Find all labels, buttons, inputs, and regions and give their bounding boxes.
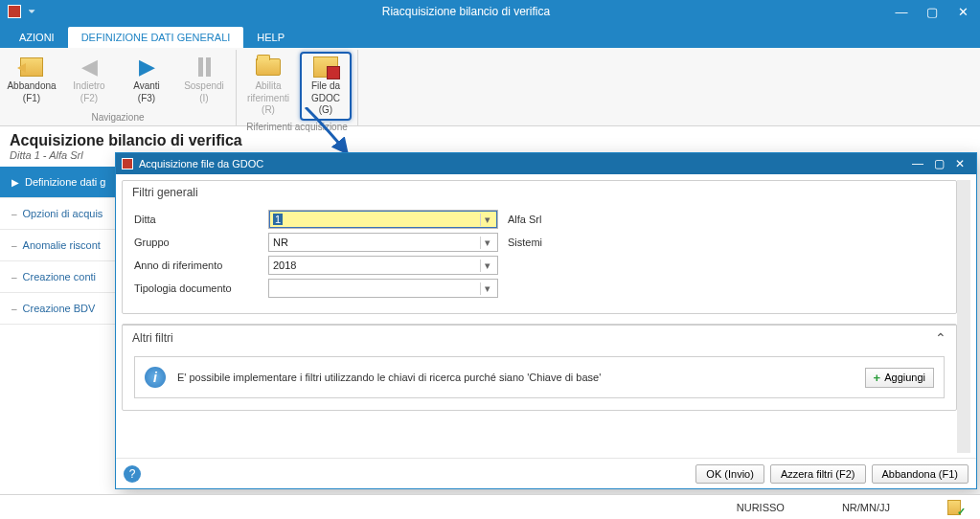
- tipologia-combo[interactable]: ▾: [268, 279, 498, 298]
- panel-filtri-generali: Filtri generali Ditta 1 ▾ Alfa Srl Grupp…: [122, 180, 957, 314]
- menu-bar: AZIONI DEFINIZIONE DATI GENERALI HELP: [0, 23, 980, 48]
- row-gruppo: Gruppo NR ▾ Sistemi: [134, 233, 945, 252]
- indietro-shortcut: (F2): [63, 93, 115, 105]
- abilita-riferimenti-button[interactable]: Abilita riferimenti (R): [242, 52, 294, 117]
- chevron-down-icon[interactable]: ▾: [480, 214, 493, 226]
- status-user: NURISSO: [737, 502, 785, 513]
- sidenav-item-label: Creazione conti: [23, 271, 96, 282]
- ribbon-group-riferimenti: Abilita riferimenti (R) File da GDOC (G)…: [237, 50, 358, 125]
- gruppo-combo[interactable]: NR ▾: [268, 233, 498, 252]
- status-ok-icon: [947, 500, 961, 515]
- anno-value: 2018: [273, 260, 296, 271]
- indietro-button[interactable]: ◀ Indietro (F2): [63, 52, 115, 104]
- active-marker-icon: [11, 177, 19, 188]
- dialog-close-icon[interactable]: ✕: [949, 157, 970, 170]
- ok-button[interactable]: OK (Invio): [695, 464, 764, 484]
- gruppo-label: Gruppo: [134, 237, 268, 248]
- abbandona-dialog-button[interactable]: Abbandona (F1): [872, 464, 969, 484]
- ditta-label: Ditta: [134, 214, 268, 225]
- dialog-minimize-icon[interactable]: —: [907, 157, 928, 170]
- file-edit-icon: [313, 56, 338, 78]
- sidenav-item-anomalie[interactable]: Anomalie riscont: [0, 230, 134, 261]
- forward-icon: ▶: [139, 54, 155, 80]
- avanti-button[interactable]: ▶ Avanti (F3): [121, 52, 172, 104]
- tab-help[interactable]: HELP: [243, 27, 298, 48]
- sospendi-shortcut: (I): [178, 93, 230, 105]
- ditta-combo[interactable]: 1 ▾: [268, 210, 498, 229]
- tipologia-label: Tipologia documento: [134, 282, 268, 294]
- close-icon[interactable]: ✕: [953, 5, 972, 19]
- folder-icon: [256, 58, 281, 76]
- anno-combo[interactable]: 2018 ▾: [268, 256, 498, 275]
- sidenav-item-label: Creazione BDV: [23, 303, 96, 314]
- fileda-label: File da: [311, 80, 340, 91]
- info-box: i E' possibile implementare i filtri uti…: [134, 356, 945, 398]
- abbandona-label: Abbandona: [7, 80, 56, 91]
- sidenav-item-opzioni-acquisizione[interactable]: Opzioni di acquis: [0, 198, 134, 230]
- sidenav: Definizione dati g Opzioni di acquis Ano…: [0, 167, 134, 492]
- info-text: E' possibile implementare i filtri utili…: [177, 372, 854, 383]
- info-icon: i: [145, 367, 166, 388]
- minimize-icon[interactable]: —: [892, 5, 911, 19]
- fileda-shortcut: GDOC (G): [304, 93, 348, 117]
- tab-azioni[interactable]: AZIONI: [6, 27, 68, 48]
- row-ditta: Ditta 1 ▾ Alfa Srl: [134, 210, 945, 229]
- avanti-label: Avanti: [133, 80, 160, 91]
- dialog-maximize-icon[interactable]: ▢: [928, 157, 949, 170]
- sospendi-button[interactable]: Sospendi (I): [178, 52, 230, 104]
- pause-icon: [198, 57, 211, 77]
- ribbon-group-navigazione: Abbandona (F1) ◀ Indietro (F2) ▶ Avanti …: [0, 50, 237, 125]
- sidenav-item-creazione-conti[interactable]: Creazione conti: [0, 261, 134, 293]
- chevron-down-icon[interactable]: ▾: [480, 237, 493, 249]
- ribbon: Abbandona (F1) ◀ Indietro (F2) ▶ Avanti …: [0, 48, 980, 126]
- page-title: Acquisizione bilancio di verifica: [10, 132, 970, 149]
- plus-icon: +: [874, 371, 881, 385]
- row-anno: Anno di riferimento 2018 ▾: [134, 256, 945, 275]
- dialog-app-icon: [122, 158, 133, 169]
- window-title: Riacquisizione bilancio di verifica: [40, 5, 892, 18]
- back-icon: ◀: [81, 54, 98, 80]
- ditta-resolved: Alfa Srl: [508, 214, 541, 225]
- altri-filtri-label: Altri filtri: [132, 331, 173, 345]
- rif-group-label: Riferimenti acquisizione: [242, 121, 352, 133]
- dialog-titlebar[interactable]: Acquisizione file da GDOC — ▢ ✕: [116, 153, 976, 174]
- sidenav-item-definizione-dati[interactable]: Definizione dati g: [0, 167, 134, 198]
- scrollbar-handle[interactable]: [957, 180, 970, 237]
- sidenav-item-creazione-bdv[interactable]: Creazione BDV: [0, 293, 134, 325]
- altri-filtri-header[interactable]: Altri filtri: [123, 325, 956, 350]
- abilita-label: Abilita: [255, 80, 281, 91]
- sidenav-item-label: Anomalie riscont: [23, 239, 101, 251]
- aggiungi-label: Aggiungi: [884, 372, 925, 383]
- app-icon: [8, 5, 21, 18]
- help-icon[interactable]: ?: [124, 465, 141, 483]
- filtri-generali-header: Filtri generali: [123, 181, 956, 204]
- main-titlebar: ⏷ Riacquisizione bilancio di verifica — …: [0, 0, 980, 23]
- status-path: NR/MN/JJ: [842, 502, 890, 513]
- bullet-icon: [11, 240, 17, 251]
- indietro-label: Indietro: [73, 80, 104, 91]
- row-tipologia: Tipologia documento ▾: [134, 279, 945, 298]
- dialog-body: Filtri generali Ditta 1 ▾ Alfa Srl Grupp…: [116, 174, 976, 458]
- dialog-acquisizione-file-gdoc: Acquisizione file da GDOC — ▢ ✕ Filtri g…: [115, 152, 977, 489]
- file-da-gdoc-button[interactable]: File da GDOC (G): [300, 52, 352, 121]
- tab-definizione-dati-generali[interactable]: DEFINIZIONE DATI GENERALI: [68, 27, 244, 48]
- chevron-down-icon[interactable]: ▾: [480, 282, 493, 295]
- dialog-footer: ? OK (Invio) Azzera filtri (F2) Abbandon…: [116, 458, 976, 488]
- qat-dropdown-icon[interactable]: ⏷: [27, 7, 36, 16]
- abbandona-button[interactable]: Abbandona (F1): [6, 52, 57, 104]
- chevron-down-icon[interactable]: ▾: [480, 260, 493, 272]
- azzera-filtri-button[interactable]: Azzera filtri (F2): [770, 464, 866, 484]
- gruppo-resolved: Sistemi: [508, 237, 542, 248]
- chevron-up-icon: [935, 330, 946, 346]
- aggiungi-button[interactable]: + Aggiungi: [865, 368, 934, 388]
- bullet-icon: [11, 304, 17, 314]
- maximize-icon[interactable]: ▢: [923, 5, 942, 19]
- anno-label: Anno di riferimento: [134, 260, 268, 271]
- avanti-shortcut: (F3): [121, 93, 172, 105]
- bullet-icon: [11, 209, 17, 219]
- panel-altri-filtri: Altri filtri i E' possibile implementare…: [122, 324, 957, 411]
- nav-group-label: Navigazione: [6, 111, 230, 124]
- dialog-title: Acquisizione file da GDOC: [139, 158, 907, 169]
- gruppo-value: NR: [273, 237, 288, 248]
- ditta-value: 1: [273, 214, 283, 225]
